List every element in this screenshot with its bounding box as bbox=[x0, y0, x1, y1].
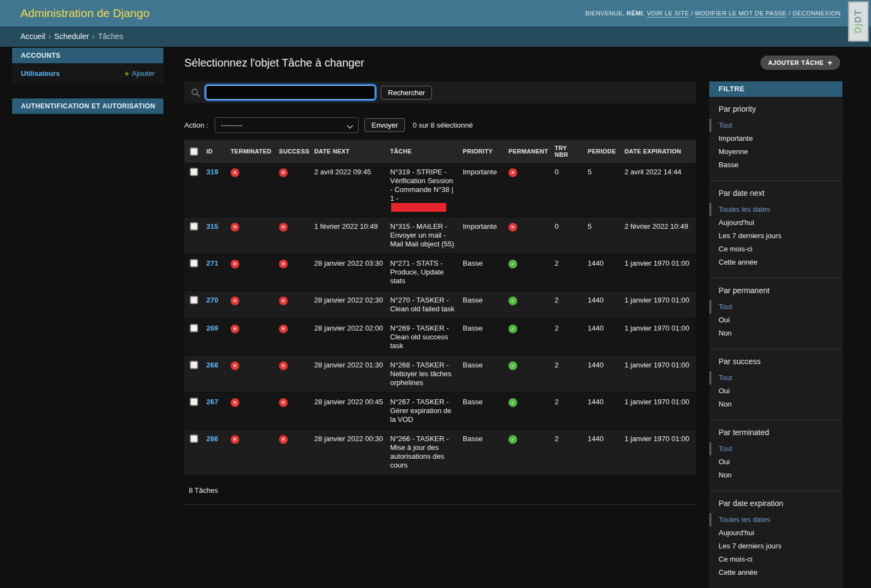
filter-option-link[interactable]: Tout bbox=[719, 373, 732, 382]
filter-group-title: Par terminated bbox=[709, 428, 842, 437]
task-id-cell: 268 bbox=[203, 356, 227, 393]
breadcrumb-item[interactable]: Accueil bbox=[20, 32, 45, 41]
no-icon: ✕ bbox=[231, 361, 239, 370]
search-button[interactable]: Rechercher bbox=[381, 86, 432, 100]
user-tool-link[interactable]: VOIR LE SITE bbox=[647, 10, 689, 17]
select-all-cell bbox=[184, 140, 203, 163]
date-next-cell: 28 janvier 2022 00:45 bbox=[311, 393, 387, 430]
terminated-cell: ✕ bbox=[227, 393, 276, 430]
filter-option-link[interactable]: Les 7 derniers jours bbox=[719, 542, 781, 550]
djdt-label-part1: Dj bbox=[853, 23, 863, 34]
row-checkbox[interactable] bbox=[190, 222, 198, 230]
periode-cell: 1440 bbox=[584, 393, 621, 430]
date-expiration-cell: 1 janvier 1970 01:00 bbox=[621, 393, 696, 430]
user-tool-link[interactable]: DÉCONNEXION bbox=[793, 10, 841, 17]
tache-cell: N°269 - TASKER - Clean old success task bbox=[387, 319, 459, 356]
breadcrumb-item[interactable]: Scheduler bbox=[54, 32, 89, 41]
action-select[interactable]: --------- bbox=[215, 117, 359, 133]
filter-option-link[interactable]: Oui bbox=[719, 316, 730, 324]
add-user-link[interactable]: +Ajouter bbox=[124, 69, 155, 78]
filter-option-link[interactable]: Tout bbox=[719, 121, 732, 129]
column-header-tache[interactable]: TÂCHE bbox=[387, 140, 459, 163]
filter-options-list: Toutes les datesAujourd'huiLes 7 dernier… bbox=[709, 203, 842, 269]
filter-option-link[interactable]: Tout bbox=[719, 444, 732, 453]
tache-cell: N°315 - MAILER - Envoyer un mail - Mail … bbox=[387, 217, 459, 254]
select-all-checkbox[interactable] bbox=[190, 147, 198, 156]
row-checkbox[interactable] bbox=[190, 435, 198, 443]
try-nbr-cell: 2 bbox=[551, 319, 584, 356]
try-nbr-cell: 0 bbox=[551, 163, 584, 217]
filter-option-link[interactable]: Les 7 derniers jours bbox=[719, 232, 781, 240]
action-submit-button[interactable]: Envoyer bbox=[364, 118, 405, 132]
column-header-periode[interactable]: PERIODE bbox=[584, 140, 621, 163]
date-expiration-cell: 1 janvier 1970 01:00 bbox=[621, 430, 696, 475]
filter-option-link[interactable]: Non bbox=[719, 329, 732, 337]
filter-option-link[interactable]: Moyenne bbox=[719, 147, 748, 156]
no-icon: ✕ bbox=[231, 168, 239, 177]
filter-option-link[interactable]: Toutes les dates bbox=[719, 515, 770, 524]
filter-option-link[interactable]: Cette année bbox=[719, 258, 758, 266]
breadcrumb-separator: › bbox=[45, 32, 54, 41]
filter-option-link[interactable]: Toutes les dates bbox=[719, 205, 770, 213]
filter-option-link[interactable]: Cette année bbox=[719, 568, 758, 576]
task-id-cell: 271 bbox=[203, 254, 227, 291]
filter-group-title: Par date next bbox=[709, 189, 842, 197]
row-checkbox[interactable] bbox=[190, 361, 198, 369]
no-icon: ✕ bbox=[231, 325, 239, 333]
column-header-success[interactable]: SUCCESS bbox=[276, 140, 311, 163]
search-input[interactable] bbox=[206, 85, 375, 100]
tache-cell: N°271 - STATS - Produce, Update stats bbox=[387, 254, 459, 291]
filter-option-link[interactable]: Ce mois-ci bbox=[719, 555, 752, 563]
column-header-date-expiration[interactable]: DATE EXPIRATION bbox=[621, 140, 696, 163]
filter-option-link[interactable]: Aujourd'hui bbox=[719, 529, 754, 537]
user-tool-link[interactable]: MODIFIER LE MOT DE PASSE bbox=[695, 10, 787, 17]
column-header-priority[interactable]: PRIORITY bbox=[459, 140, 505, 163]
yes-icon: ✓ bbox=[508, 398, 517, 407]
table-row: 315✕✕1 février 2022 10:49N°315 - MAILER … bbox=[184, 217, 696, 254]
task-id-link[interactable]: 270 bbox=[206, 296, 218, 304]
column-header-terminated[interactable]: TERMINATED bbox=[227, 140, 276, 163]
user-links-separator: / bbox=[689, 10, 695, 17]
task-id-link[interactable]: 269 bbox=[206, 324, 218, 332]
task-id-link[interactable]: 319 bbox=[206, 168, 218, 176]
row-checkbox[interactable] bbox=[190, 296, 198, 304]
site-title: Administration de Django bbox=[20, 7, 150, 20]
user-links-separator: / bbox=[787, 10, 793, 17]
column-header-permanent[interactable]: PERMANENT bbox=[505, 140, 551, 163]
filter-option-link[interactable]: Importante bbox=[719, 134, 753, 142]
no-icon: ✕ bbox=[279, 398, 288, 407]
filter-option-link[interactable]: Non bbox=[719, 471, 732, 479]
plus-icon: + bbox=[828, 58, 832, 67]
column-header-date-next[interactable]: DATE NEXT bbox=[311, 140, 387, 163]
filter-caption: FILTRE bbox=[709, 81, 842, 97]
filter-option-link[interactable]: Basse bbox=[719, 161, 738, 169]
filter-option: Moyenne bbox=[709, 145, 842, 158]
filter-group: Par successToutOuiNon bbox=[709, 349, 842, 420]
add-task-button[interactable]: AJOUTER TÂCHE + bbox=[760, 56, 840, 70]
module-caption: AUTHENTIFICATION ET AUTORISATION bbox=[12, 98, 163, 114]
row-checkbox[interactable] bbox=[190, 324, 198, 332]
success-cell: ✕ bbox=[276, 217, 311, 254]
filter-option-link[interactable]: Ce mois-ci bbox=[719, 245, 752, 253]
filter-option-link[interactable]: Non bbox=[719, 400, 732, 408]
utilisateurs-link[interactable]: Utilisateurs bbox=[21, 69, 60, 78]
task-id-link[interactable]: 268 bbox=[206, 361, 218, 369]
task-id-link[interactable]: 266 bbox=[206, 435, 218, 443]
djdt-toggle-button[interactable]: DjDT bbox=[848, 1, 869, 42]
filter-option: Non bbox=[709, 327, 842, 340]
filter-option-link[interactable]: Oui bbox=[719, 387, 730, 395]
table-row: 266✕✕28 janvier 2022 00:30N°266 - TASKER… bbox=[184, 430, 696, 475]
column-header-id[interactable]: ID bbox=[203, 140, 227, 163]
tache-cell: N°268 - TASKER - Nettoyer les tâches orp… bbox=[387, 356, 459, 393]
filter-option-link[interactable]: Aujourd'hui bbox=[719, 218, 754, 227]
task-id-link[interactable]: 315 bbox=[206, 222, 218, 230]
row-checkbox[interactable] bbox=[190, 168, 198, 176]
row-checkbox[interactable] bbox=[190, 259, 198, 267]
row-checkbox[interactable] bbox=[190, 398, 198, 406]
column-header-try-nbr[interactable]: TRY NBR bbox=[551, 140, 584, 163]
permanent-cell: ✓ bbox=[505, 254, 551, 291]
task-id-link[interactable]: 267 bbox=[206, 398, 218, 406]
filter-option-link[interactable]: Oui bbox=[719, 458, 730, 466]
filter-option-link[interactable]: Tout bbox=[719, 303, 732, 311]
task-id-link[interactable]: 271 bbox=[206, 259, 218, 267]
